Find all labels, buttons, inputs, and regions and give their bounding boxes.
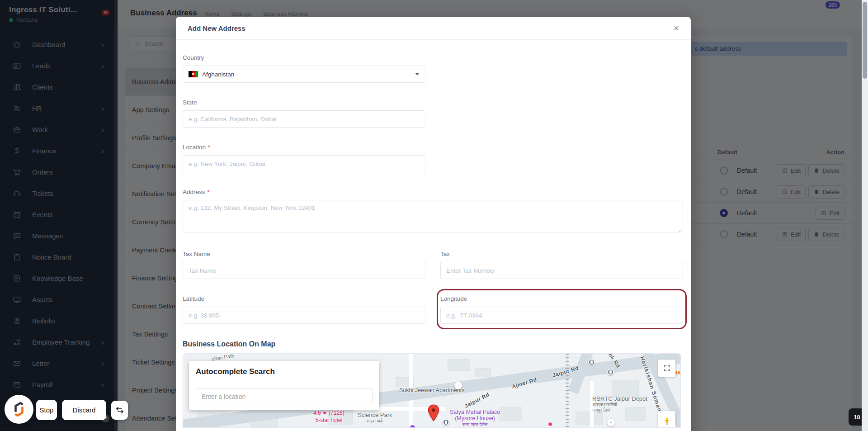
- discard-button[interactable]: Discard: [62, 400, 106, 420]
- longitude-input[interactable]: [440, 307, 683, 324]
- longitude-field-group-highlighted: Longitude: [440, 295, 683, 324]
- country-label: Country: [183, 54, 425, 61]
- address-label: Address: [183, 189, 205, 195]
- map-pin-icon[interactable]: [427, 404, 440, 422]
- location-input[interactable]: [183, 155, 425, 172]
- railway-line: [566, 354, 569, 428]
- address-textarea[interactable]: [183, 200, 683, 232]
- tax-field-group: Tax: [440, 251, 683, 279]
- fullscreen-button[interactable]: [658, 360, 675, 377]
- pegman-button[interactable]: [658, 411, 675, 428]
- add-address-modal: Add New Address × Country Afghanistan St…: [176, 17, 691, 431]
- map-label-sukhi-jeewan: Sukhi Jeewan Apartments: [399, 387, 465, 393]
- bus-stop-icon[interactable]: [588, 359, 595, 365]
- science-park-poi-dot[interactable]: [409, 424, 416, 428]
- map-label-jaipur-rd-1: Jaipur Rd: [463, 391, 491, 409]
- map-label-street: ghan Path: [211, 353, 234, 361]
- bus-stop-icon[interactable]: [607, 369, 614, 375]
- country-select[interactable]: Afghanistan: [183, 66, 425, 83]
- dropdown-caret-icon: [415, 73, 420, 76]
- tax-name-label: Tax Name: [183, 251, 425, 257]
- tax-name-input[interactable]: [183, 262, 425, 279]
- afghanistan-flag-icon: [189, 71, 198, 77]
- close-icon[interactable]: ×: [674, 24, 679, 33]
- stop-button[interactable]: Stop: [36, 400, 57, 420]
- assistant-logo-button[interactable]: [5, 395, 33, 424]
- map-label-science-park: Science Park साइंस पार्क: [358, 412, 392, 424]
- tax-name-field-group: Tax Name: [183, 251, 425, 279]
- country-field-group: Country Afghanistan: [183, 54, 425, 83]
- map-section-title: Business Location On Map: [183, 340, 684, 348]
- map-label-hotel: 4.6 ★ (7128) 5-star hotel: [313, 410, 344, 424]
- swap-arrows-icon: [115, 405, 125, 415]
- hotel-poi-dot[interactable]: [547, 422, 553, 427]
- pegman-icon: [663, 417, 671, 426]
- poi-marker[interactable]: •: [607, 419, 615, 426]
- location-field-group: Location*: [183, 144, 425, 172]
- state-label: State: [183, 99, 425, 106]
- autocomplete-card: Autocomplete Search: [189, 361, 379, 410]
- state-field-group: State: [183, 99, 425, 128]
- autocomplete-input[interactable]: [196, 388, 373, 404]
- autocomplete-title: Autocomplete Search: [196, 367, 373, 376]
- required-asterisk: *: [208, 189, 210, 195]
- latitude-label: Latitude: [183, 295, 425, 302]
- longitude-label: Longitude: [440, 295, 683, 302]
- modal-title: Add New Address: [188, 24, 245, 32]
- map-label-rsrtc: RSRTC Jaipur Depot आरएसआरटीसी जयपुर डिपो: [592, 395, 647, 413]
- address-field-group: Address*: [183, 189, 683, 234]
- state-input[interactable]: [183, 110, 425, 128]
- latitude-input[interactable]: [183, 307, 425, 324]
- location-label: Location: [183, 144, 206, 151]
- latitude-field-group: Latitude: [183, 295, 425, 324]
- bus-stop-icon[interactable]: [443, 419, 449, 426]
- tax-input[interactable]: [440, 262, 683, 279]
- company-logo-icon: [10, 400, 28, 418]
- map-label-satya-mahal: Satya Mahal Palace (Mysore House) सत्य म…: [450, 409, 500, 427]
- country-value: Afghanistan: [202, 71, 234, 78]
- poi-marker-arrow[interactable]: ↑: [454, 382, 462, 389]
- page-scrollbar: [862, 0, 868, 431]
- scrollbar-thumb[interactable]: [863, 2, 867, 79]
- fullscreen-icon: [663, 364, 671, 372]
- tax-label: Tax: [440, 251, 683, 257]
- map-canvas[interactable]: ghan Path ank Rd Sukhi Jeewan Apartments…: [183, 353, 681, 428]
- swap-button[interactable]: [111, 401, 128, 420]
- required-asterisk: *: [208, 144, 210, 151]
